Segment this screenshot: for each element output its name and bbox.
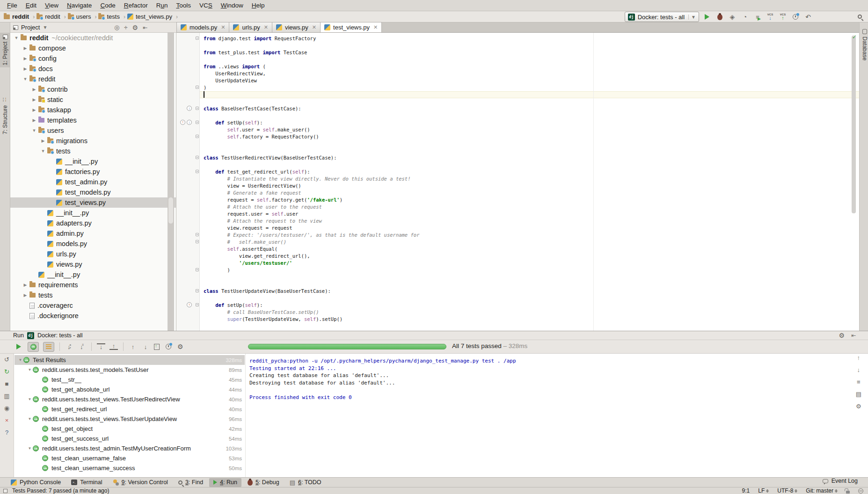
code-line[interactable]: self.user = self.make_user() [200,126,859,133]
code-line[interactable]: # Expect: '/users/testuser/', as that is… [200,232,859,239]
code-line[interactable] [200,295,859,302]
test-result-row[interactable]: test_get_absolute_url44ms [15,385,245,394]
code-line[interactable] [200,140,859,147]
soft-wrap-button[interactable]: ≡ [857,379,861,385]
tree-item-static[interactable]: ▶static [10,94,176,105]
encoding-select[interactable]: UTF-8 [777,487,797,494]
tree-item-factories-py[interactable]: factories.py [10,167,176,177]
tree-toggle[interactable]: ▶ [31,97,37,102]
code-line[interactable]: UserRedirectView, [200,70,859,77]
previous-failed-button[interactable]: ↑ [129,343,137,350]
code-line[interactable]: # self.make_user() [200,239,859,246]
tree-item--coveragerc[interactable]: .coveragerc [10,300,176,311]
stop-button[interactable]: ■ [5,381,9,387]
print-button[interactable]: ▤ [856,391,861,397]
tree-item-models-py[interactable]: models.py [10,239,176,249]
code-line[interactable] [200,281,859,288]
collapse-all-button[interactable] [124,24,127,31]
fold-marker[interactable] [196,121,199,124]
tree-item-reddit[interactable]: ▼reddit~/cookiecutter/reddit [10,33,176,43]
test-result-row[interactable]: test__str__45ms [15,375,245,385]
code-line[interactable]: view.get_redirect_url(), [200,253,859,260]
tree-item-adapters-py[interactable]: adapters.py [10,218,176,228]
tree-toggle[interactable]: ▼ [27,368,33,372]
code-line[interactable]: def setUp(self): [200,302,859,309]
tree-item-__init__-py[interactable]: __init__.py [10,269,176,280]
tool-tab-3-find[interactable]: 3: Find [174,478,207,487]
open-results-button[interactable]: ▥ [4,393,9,399]
rerun-tests-button[interactable] [14,342,23,351]
rerun-failed-button[interactable]: ↻ [4,369,9,375]
close-icon[interactable]: ✕ [373,24,378,30]
tree-item-admin-py[interactable]: admin.py [10,228,176,239]
code-line[interactable] [200,161,859,168]
run-configuration-select[interactable]: Docker: tests - all ▼ [625,12,699,22]
tree-toggle[interactable]: ▼ [27,417,33,421]
tree-toggle[interactable]: ▼ [40,149,46,153]
tool-tab-6-todo[interactable]: 6: TODO [285,478,326,487]
code-line[interactable]: view.request = request [200,225,859,232]
code-line[interactable]: from ..views import ( [200,63,859,70]
fold-marker[interactable] [196,86,199,89]
project-tree-scrollbar[interactable] [168,33,174,331]
tree-item-migrations[interactable]: ▶migrations [10,136,176,146]
tree-toggle[interactable]: ▶ [31,108,37,112]
tree-toggle[interactable]: ▶ [22,56,29,61]
debug-button[interactable] [715,12,724,22]
tree-toggle[interactable]: ▶ [22,66,29,71]
tree-item-test_admin-py[interactable]: test_admin.py [10,177,176,187]
tree-toggle[interactable]: ▶ [22,46,29,51]
code-line[interactable]: UserUpdateView [200,77,859,84]
code-line[interactable]: # call BaseUserTestCase.setUp() [200,309,859,316]
fold-marker[interactable] [196,240,199,243]
code-line[interactable]: super(TestUserUpdateView, self).setUp() [200,316,859,323]
menu-item-run[interactable]: Run [152,2,172,9]
test-result-row[interactable]: test_get_success_url54ms [15,434,245,443]
test-result-row[interactable]: ▼Test Results328ms [15,355,245,365]
overridden-down-icon[interactable]: ↓ [187,120,192,125]
run-settings-button[interactable] [177,343,183,350]
local-history-button[interactable] [791,12,800,22]
next-failed-button[interactable]: ↓ [141,343,150,350]
test-result-row[interactable]: test_get_object42ms [15,424,245,434]
stripe-tab-7-structure[interactable]: 7: Structure [0,96,10,136]
code-line[interactable] [200,147,859,154]
stripe-tab-1-project[interactable]: 1: Project [0,33,10,67]
test-history-button[interactable] [164,342,173,351]
menu-item-help[interactable]: Help [248,2,269,9]
code-line[interactable]: # Generate a fake request [200,189,859,196]
code-editor[interactable]: ↓↑↓↑ from django.test import RequestFact… [176,33,859,331]
tree-item-urls-py[interactable]: urls.py [10,249,176,259]
breadcrumb-item-tests[interactable]: tests [98,13,119,20]
code-line[interactable] [200,112,859,119]
test-result-row[interactable]: ▼reddit.users.tests.test_admin.TestMyUse… [15,443,245,453]
tree-toggle[interactable]: ▼ [27,446,33,450]
clear-console-button[interactable]: ⚙ [856,403,861,409]
test-result-row[interactable]: test_clean_username_success50ms [15,463,245,473]
fold-marker[interactable] [196,156,199,159]
code-line[interactable]: class TestUserRedirectView(BaseUserTestC… [200,154,859,161]
event-log-button[interactable]: Event Log [823,478,858,484]
code-line[interactable]: request.user = self.user [200,211,859,218]
test-result-row[interactable]: ▼reddit.users.tests.test_views.TestUserU… [15,414,245,424]
tree-toggle[interactable]: ▶ [31,118,37,123]
code-line[interactable]: def test_get_redirect_url(self): [200,168,859,175]
tree-item-test_models-py[interactable]: test_models.py [10,187,176,197]
code-line[interactable]: # Attach the request to the view [200,218,859,225]
code-line[interactable]: self.assertEqual( [200,246,859,253]
test-result-row[interactable]: test_get_redirect_url40ms [15,404,245,414]
locate-file-button[interactable] [114,24,119,31]
export-results-button[interactable] [154,344,160,350]
collapse-all-button[interactable]: ↑ [109,343,118,350]
expand-all-button[interactable]: ↓ [97,343,105,350]
code-line[interactable] [200,98,859,105]
close-icon[interactable]: ✕ [221,24,225,30]
tree-item-tests[interactable]: ▼tests [10,146,176,156]
editor-tab-test_views-py[interactable]: test_views.py✕ [321,22,382,32]
tree-toggle[interactable]: ▶ [40,138,46,143]
tree-item-tests[interactable]: ▶tests [10,290,176,300]
breadcrumb-item-test_views.py[interactable]: test_views.py [127,13,172,20]
hide-panel-button[interactable] [851,332,856,339]
fold-marker[interactable] [196,268,199,271]
code-line[interactable]: from test_plus.test import TestCase [200,49,859,56]
